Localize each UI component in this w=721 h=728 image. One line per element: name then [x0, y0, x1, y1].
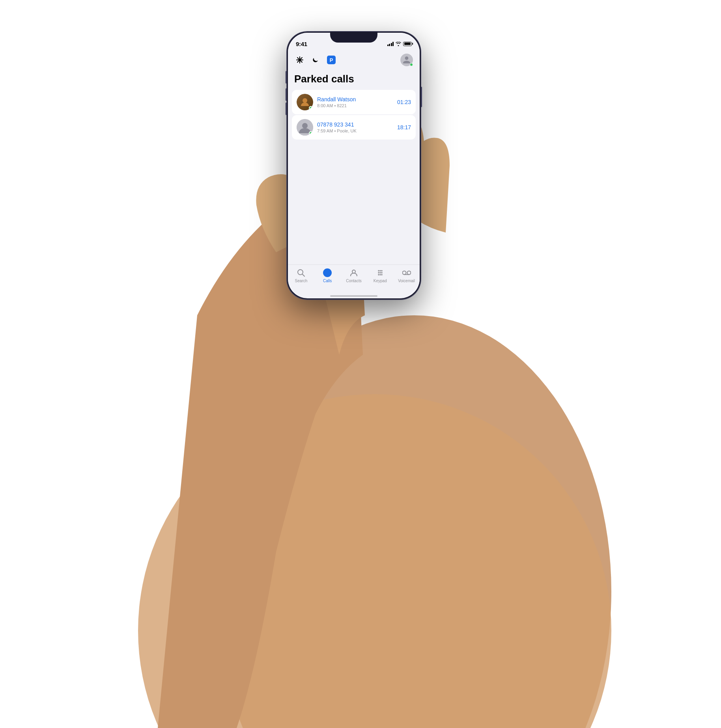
nav-item-calls[interactable]: Calls	[314, 268, 341, 283]
call-info-2: 07878 923 341 7:59 AM • Poole, UK	[317, 121, 393, 133]
status-icons	[387, 42, 412, 46]
keypad-icon	[375, 268, 385, 277]
contacts-icon	[349, 268, 359, 277]
nav-label-voicemail: Voicemail	[398, 279, 415, 283]
signal-bar-3	[391, 43, 392, 46]
svg-point-19	[378, 274, 379, 276]
moon-icon	[312, 56, 319, 63]
call-list: Randall Watson 8:00 AM • 8221 01:23	[288, 90, 420, 140]
call-meta-1: 8:00 AM • 8221	[317, 103, 393, 108]
contact-avatar-1	[297, 94, 313, 110]
avatar-btn[interactable]	[400, 53, 413, 67]
call-meta-2: 7:59 AM • Poole, UK	[317, 128, 393, 133]
call-item-1[interactable]: Randall Watson 8:00 AM • 8221 01:23	[292, 90, 416, 114]
phone-screen: 9:41	[288, 33, 420, 298]
home-bar	[330, 295, 377, 297]
call-name-2: 07878 923 341	[317, 121, 393, 128]
app-header: P	[288, 50, 420, 69]
app-content: Parked calls	[288, 69, 420, 264]
notch	[330, 32, 377, 43]
bottom-nav: Search Calls	[288, 264, 420, 296]
online-dot-1	[309, 106, 313, 110]
svg-point-6	[303, 98, 307, 103]
call-duration-1: 01:23	[397, 99, 411, 105]
svg-point-17	[379, 272, 381, 274]
contact-avatar-2	[297, 119, 313, 136]
nav-label-keypad: Keypad	[374, 279, 387, 283]
user-avatar	[400, 54, 413, 66]
svg-point-16	[378, 272, 379, 274]
call-item-2[interactable]: 07878 923 341 7:59 AM • Poole, UK 18:17	[292, 115, 416, 140]
nav-label-calls: Calls	[323, 279, 332, 283]
online-indicator	[410, 63, 413, 66]
nav-item-contacts[interactable]: Contacts	[341, 268, 367, 283]
header-left-icons: P	[294, 54, 337, 65]
svg-point-1	[138, 394, 611, 728]
calls-icon	[323, 268, 332, 277]
nav-item-keypad[interactable]: Keypad	[367, 268, 393, 283]
voicemail-icon	[402, 268, 411, 277]
call-name-1: Randall Watson	[317, 96, 393, 102]
signal-icon	[387, 42, 394, 46]
svg-point-23	[407, 271, 411, 275]
svg-point-12	[352, 270, 355, 273]
nav-label-contacts: Contacts	[346, 279, 361, 283]
svg-line-10	[303, 274, 305, 277]
parking-icon-btn[interactable]: P	[326, 54, 337, 65]
wifi-icon	[396, 42, 401, 46]
svg-point-14	[379, 270, 381, 272]
search-icon	[296, 268, 306, 277]
signal-bar-2	[389, 44, 390, 46]
svg-point-20	[379, 274, 381, 276]
moon-icon-btn[interactable]	[310, 54, 321, 65]
svg-point-22	[402, 271, 406, 275]
parking-badge: P	[327, 56, 336, 64]
home-indicator	[288, 296, 420, 298]
svg-point-15	[381, 270, 383, 272]
svg-point-0	[217, 315, 611, 728]
battery-icon	[403, 42, 412, 46]
call-info-1: Randall Watson 8:00 AM • 8221	[317, 96, 393, 108]
grid-icon	[296, 56, 304, 64]
person-silhouette-1	[299, 97, 310, 108]
page-title: Parked calls	[288, 69, 420, 90]
svg-point-8	[302, 123, 308, 128]
nav-item-voicemail[interactable]: Voicemail	[393, 268, 420, 283]
svg-point-21	[381, 274, 383, 276]
svg-point-18	[381, 272, 383, 274]
phone-device: 9:41	[287, 32, 421, 300]
nav-item-search[interactable]: Search	[288, 268, 314, 283]
nav-label-search: Search	[295, 279, 308, 283]
signal-bar-4	[392, 42, 394, 46]
scene: 9:41	[0, 0, 721, 728]
svg-point-13	[378, 270, 379, 272]
status-time: 9:41	[296, 41, 307, 47]
grid-icon-btn[interactable]	[294, 54, 305, 65]
call-duration-2: 18:17	[397, 124, 411, 130]
online-dot-2	[309, 131, 313, 135]
signal-bar-1	[387, 45, 389, 46]
